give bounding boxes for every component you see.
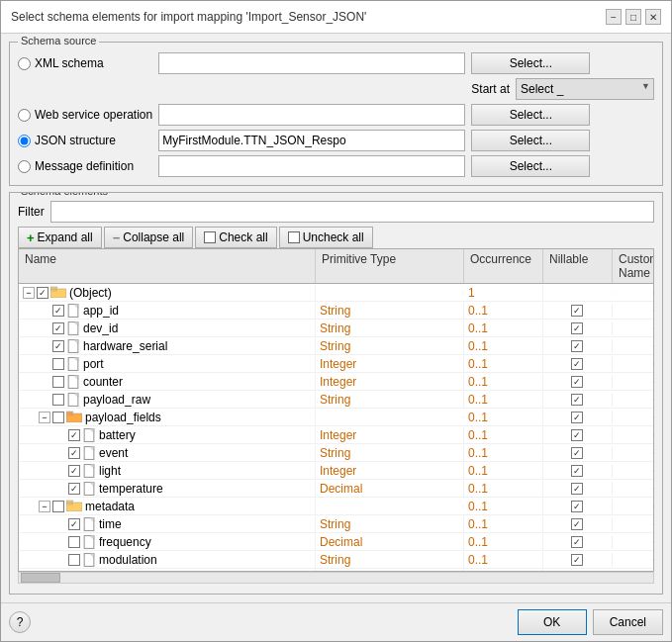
nillable-checkbox[interactable] [571,518,583,530]
nillable-checkbox[interactable] [571,554,583,566]
help-button[interactable]: ? [9,611,31,633]
dialog-title: Select schema elements for import mappin… [11,10,366,24]
row-checkbox[interactable] [68,518,80,530]
title-bar-buttons: − □ ✕ [606,9,661,25]
web-select-button[interactable]: Select... [471,104,590,126]
name-cell: modulation [19,552,316,568]
table-row: app_idString0..1 [19,302,653,320]
row-checkbox[interactable] [68,447,80,459]
row-checkbox[interactable] [68,536,80,548]
message-radio-label[interactable]: Message definition [18,159,152,173]
json-select-button[interactable]: Select... [471,130,590,151]
row-checkbox[interactable] [37,287,48,299]
expand-button[interactable]: − [39,501,50,512]
row-name: temperature [99,482,163,496]
json-radio[interactable] [18,135,31,147]
message-input[interactable] [158,155,465,177]
xml-schema-radio-label[interactable]: XML schema [18,56,152,70]
schema-elements-label: Schema elements [18,192,111,197]
json-text: JSON structure [35,134,116,147]
nillable-checkbox[interactable] [571,447,583,459]
custom-name-cell [613,327,653,329]
expand-button[interactable]: − [39,412,50,423]
file-icon [82,482,96,496]
check-all-button[interactable]: Check all [195,227,276,248]
row-checkbox[interactable] [52,358,64,370]
row-checkbox[interactable] [52,305,64,317]
file-icon [82,535,96,549]
filter-input[interactable] [50,201,654,223]
message-radio[interactable] [18,160,31,173]
cancel-button[interactable]: Cancel [593,609,663,635]
xml-schema-radio[interactable] [18,57,31,70]
expand-all-button[interactable]: + Expand all [18,227,102,248]
row-checkbox[interactable] [68,572,80,573]
web-service-radio-label[interactable]: Web service operation [18,108,152,122]
svg-marker-11 [66,412,73,413]
start-at-dropdown[interactable]: Select _ [516,78,654,100]
row-checkbox[interactable] [52,394,64,406]
horizontal-scrollbar[interactable] [18,572,654,584]
message-select-button[interactable]: Select... [471,155,590,177]
nillable-checkbox[interactable] [571,536,583,548]
custom-name-cell [613,434,653,436]
uncheck-all-button[interactable]: Uncheck all [279,227,373,248]
row-checkbox[interactable] [52,501,64,512]
occurrence-cell: 0..1 [464,374,543,390]
json-radio-label[interactable]: JSON structure [18,134,152,147]
name-cell: − metadata [19,499,316,514]
custom-name-cell [613,399,653,401]
nillable-checkbox[interactable] [571,429,583,441]
nillable-checkbox[interactable] [571,483,583,495]
collapse-all-button[interactable]: − Collapse all [104,227,194,248]
json-input[interactable] [158,130,465,151]
tree-table[interactable]: Name Primitive Type Occurrence Nillable … [18,248,654,572]
row-checkbox[interactable] [68,465,80,477]
web-service-input[interactable] [158,104,465,126]
expand-button[interactable]: − [23,287,35,299]
nillable-cell [543,571,613,573]
nillable-checkbox[interactable] [571,394,583,406]
filter-label: Filter [18,205,45,219]
nillable-checkbox[interactable] [571,322,583,334]
row-checkbox[interactable] [68,483,80,495]
maximize-button[interactable]: □ [625,9,641,25]
occurrence-cell: 0..1 [464,570,543,573]
table-row: batteryInteger0..1 [19,426,653,444]
schema-source-form: XML schema Select... Start at Select _ W… [18,52,654,177]
type-cell: String [316,552,464,568]
custom-name-cell [613,559,653,561]
type-cell: Integer [316,374,464,390]
close-button[interactable]: ✕ [645,9,661,25]
nillable-checkbox[interactable] [571,305,583,317]
row-checkbox[interactable] [68,554,80,566]
type-cell: String [316,516,464,532]
name-cell: hardware_serial [19,338,316,354]
nillable-checkbox[interactable] [571,340,583,352]
nillable-checkbox[interactable] [571,465,583,477]
scrollbar-thumb[interactable] [21,573,60,583]
nillable-checkbox[interactable] [571,501,583,512]
type-cell: String [316,303,464,319]
ok-button[interactable]: OK [518,609,587,635]
start-at-row: Start at Select _ [471,78,654,100]
xml-schema-input[interactable] [158,52,465,74]
message-text: Message definition [35,159,134,173]
nillable-checkbox[interactable] [571,376,583,388]
nillable-checkbox[interactable] [571,412,583,423]
row-checkbox[interactable] [52,412,64,423]
row-checkbox[interactable] [52,322,64,334]
occurrence-cell: 0..1 [464,516,543,532]
row-checkbox[interactable] [52,340,64,352]
row-checkbox[interactable] [52,376,64,388]
plus-icon: + [27,230,35,245]
table-row: portInteger0..1 [19,355,653,373]
nillable-checkbox[interactable] [571,572,583,573]
nillable-checkbox[interactable] [571,358,583,370]
xml-select-button[interactable]: Select... [471,52,590,74]
row-name: metadata [85,500,135,513]
custom-name-cell [613,523,653,525]
web-service-radio[interactable] [18,109,31,122]
row-checkbox[interactable] [68,429,80,441]
minimize-button[interactable]: − [606,9,622,25]
